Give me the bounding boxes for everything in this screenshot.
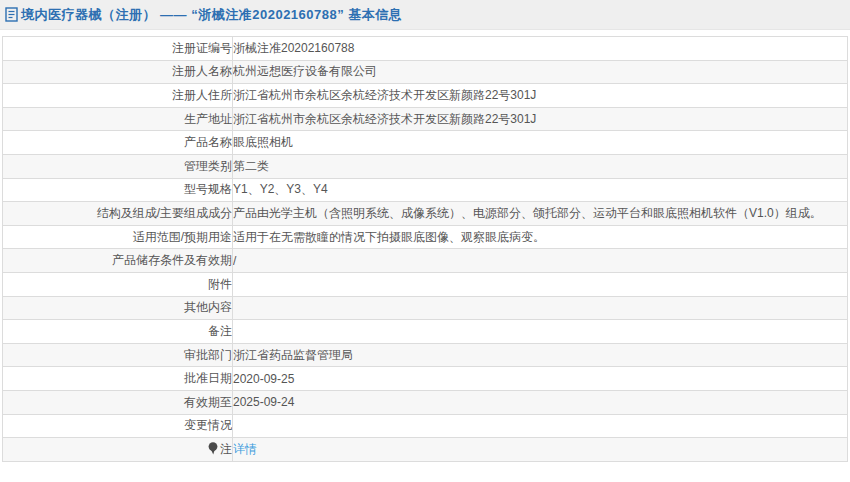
row-label: 其他内容: [3, 296, 233, 320]
row-label: 审批部门: [3, 343, 233, 367]
table-row: 注详情: [3, 438, 848, 462]
row-value: /: [233, 249, 848, 273]
row-label: 管理类别: [3, 154, 233, 178]
table-row: 生产地址浙江省杭州市余杭区余杭经济技术开发区新颜路22号301J: [3, 107, 848, 131]
row-label: 产品名称: [3, 131, 233, 155]
row-label: 结构及组成/主要组成成分: [3, 202, 233, 226]
table-row: 型号规格Y1、Y2、Y3、Y4: [3, 178, 848, 202]
row-label: 备注: [3, 320, 233, 344]
row-label: 注册证编号: [3, 37, 233, 61]
page-header: 境内医疗器械（注册） —— “浙械注准20202160788” 基本信息: [0, 0, 850, 30]
row-value: 2025-09-24: [233, 390, 848, 414]
row-value: 浙江省杭州市余杭区余杭经济技术开发区新颜路22号301J: [233, 84, 848, 108]
table-row: 备注: [3, 320, 848, 344]
row-value: 2020-09-25: [233, 367, 848, 391]
row-value: 杭州远想医疗设备有限公司: [233, 60, 848, 84]
note-balloon-icon: [208, 442, 218, 458]
row-value: 适用于在无需散瞳的情况下拍摄眼底图像、观察眼底病变。: [233, 225, 848, 249]
row-label: 变更情况: [3, 414, 233, 438]
table-row: 结构及组成/主要组成成分产品由光学主机（含照明系统、成像系统）、电源部分、颌托部…: [3, 202, 848, 226]
table-row: 产品名称眼底照相机: [3, 131, 848, 155]
row-label: 注: [3, 438, 233, 462]
table-row: 变更情况: [3, 414, 848, 438]
row-value: 眼底照相机: [233, 131, 848, 155]
table-row: 批准日期2020-09-25: [3, 367, 848, 391]
row-value: 第二类: [233, 154, 848, 178]
page-title: 境内医疗器械（注册） —— “浙械注准20202160788” 基本信息: [21, 6, 402, 24]
table-row: 适用范围/预期用途适用于在无需散瞳的情况下拍摄眼底图像、观察眼底病变。: [3, 225, 848, 249]
row-label: 适用范围/预期用途: [3, 225, 233, 249]
row-value: [233, 414, 848, 438]
table-row: 附件: [3, 272, 848, 296]
row-label: 附件: [3, 272, 233, 296]
row-value: [233, 296, 848, 320]
row-label: 批准日期: [3, 367, 233, 391]
row-label: 型号规格: [3, 178, 233, 202]
table-row: 注册证编号浙械注准20202160788: [3, 37, 848, 61]
row-label: 产品储存条件及有效期: [3, 249, 233, 273]
table-row: 产品储存条件及有效期/: [3, 249, 848, 273]
row-label-text: 注: [220, 442, 232, 456]
row-value: [233, 320, 848, 344]
table-row: 管理类别第二类: [3, 154, 848, 178]
table-row: 审批部门浙江省药品监督管理局: [3, 343, 848, 367]
row-value: 详情: [233, 438, 848, 462]
table-row: 注册人住所浙江省杭州市余杭区余杭经济技术开发区新颜路22号301J: [3, 84, 848, 108]
row-value: 浙江省药品监督管理局: [233, 343, 848, 367]
row-value: Y1、Y2、Y3、Y4: [233, 178, 848, 202]
row-label: 有效期至: [3, 390, 233, 414]
row-label: 注册人住所: [3, 84, 233, 108]
row-value: 浙械注准20202160788: [233, 37, 848, 61]
row-value: 产品由光学主机（含照明系统、成像系统）、电源部分、颌托部分、运动平台和眼底照相机…: [233, 202, 848, 226]
row-label: 注册人名称: [3, 60, 233, 84]
registration-info-table: 注册证编号浙械注准20202160788注册人名称杭州远想医疗设备有限公司注册人…: [2, 36, 848, 462]
table-row: 注册人名称杭州远想医疗设备有限公司: [3, 60, 848, 84]
row-value: 浙江省杭州市余杭区余杭经济技术开发区新颜路22号301J: [233, 107, 848, 131]
info-table-body: 注册证编号浙械注准20202160788注册人名称杭州远想医疗设备有限公司注册人…: [3, 37, 848, 462]
registration-info-page: 境内医疗器械（注册） —— “浙械注准20202160788” 基本信息 注册证…: [0, 0, 850, 482]
row-label: 生产地址: [3, 107, 233, 131]
table-row: 其他内容: [3, 296, 848, 320]
row-value: [233, 272, 848, 296]
document-icon: [5, 7, 18, 22]
detail-link[interactable]: 详情: [233, 442, 257, 456]
table-row: 有效期至2025-09-24: [3, 390, 848, 414]
